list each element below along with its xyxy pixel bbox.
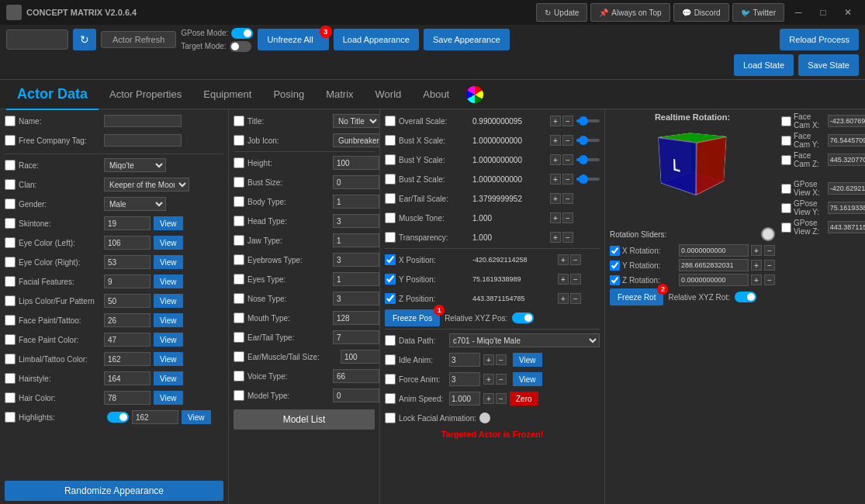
face-cam-z-input[interactable]	[828, 154, 865, 166]
x-pos-minus[interactable]: −	[570, 254, 581, 265]
gpose-toggle[interactable]	[231, 28, 253, 39]
muscle-plus[interactable]: +	[550, 212, 561, 223]
speed-minus[interactable]: −	[496, 393, 507, 404]
face-cam-y-checkbox[interactable]	[781, 136, 791, 146]
y-rot-minus[interactable]: −	[764, 260, 775, 271]
bust-y-minus[interactable]: −	[562, 154, 573, 165]
tab-actor-data[interactable]: Actor Data	[6, 80, 99, 110]
mouth-type-input[interactable]	[333, 311, 379, 325]
twitter-button[interactable]: 🐦 Twitter	[732, 3, 784, 22]
bust-z-slider[interactable]	[576, 178, 600, 181]
hair-color-checkbox[interactable]	[5, 392, 16, 403]
transparency-minus[interactable]: −	[562, 232, 573, 243]
load-state-button[interactable]: Load State	[734, 54, 794, 76]
eye-left-input[interactable]	[104, 236, 151, 250]
face-paint-input[interactable]	[104, 313, 151, 327]
bust-y-plus[interactable]: +	[550, 154, 561, 165]
overall-scale-slider[interactable]	[576, 119, 600, 123]
lips-input[interactable]	[104, 294, 151, 308]
freeze-pos-button[interactable]: Freeze Pos 1	[385, 309, 440, 326]
rotation-sliders-toggle[interactable]	[761, 227, 775, 241]
tab-equipment[interactable]: Equipment	[192, 82, 262, 108]
y-pos-checkbox[interactable]	[385, 274, 396, 285]
x-rot-plus[interactable]: +	[751, 245, 762, 256]
idle-minus[interactable]: −	[496, 354, 507, 365]
free-company-checkbox[interactable]	[5, 135, 16, 146]
maximize-button[interactable]: □	[812, 3, 834, 22]
tab-about[interactable]: About	[412, 82, 460, 108]
eye-right-view-btn[interactable]: View	[154, 255, 183, 269]
always-on-top-button[interactable]: 📌 Always on Top	[590, 3, 670, 22]
muscle-minus[interactable]: −	[562, 212, 573, 223]
head-type-checkbox[interactable]	[234, 216, 244, 226]
refresh-icon-button[interactable]: ↻	[73, 29, 96, 50]
rel-xyz-pos-toggle[interactable]	[512, 312, 534, 323]
y-pos-minus[interactable]: −	[570, 274, 581, 285]
job-icon-select[interactable]: Gunbreaker	[333, 133, 380, 147]
transparency-checkbox[interactable]	[385, 232, 396, 243]
tab-matrix[interactable]: Matrix	[315, 82, 364, 108]
anim-speed-input[interactable]	[449, 392, 480, 406]
overall-minus[interactable]: −	[562, 116, 573, 126]
y-rot-checkbox[interactable]	[610, 261, 620, 271]
ear-muscle-checkbox[interactable]	[234, 351, 244, 362]
eyebrows-checkbox[interactable]	[234, 254, 244, 265]
x-pos-plus[interactable]: +	[558, 254, 569, 265]
x-rot-checkbox[interactable]	[610, 246, 620, 256]
lock-facial-checkbox[interactable]	[385, 413, 396, 423]
gpose-view-y-input[interactable]	[828, 202, 865, 214]
y-pos-plus[interactable]: +	[558, 274, 569, 285]
lips-checkbox[interactable]	[5, 295, 16, 306]
y-rot-plus[interactable]: +	[751, 260, 762, 271]
x-rot-input[interactable]	[679, 244, 749, 257]
model-type-checkbox[interactable]	[234, 390, 244, 401]
clan-checkbox[interactable]	[5, 179, 16, 190]
transparency-plus[interactable]: +	[550, 232, 561, 243]
unfreeze-all-button[interactable]: Unfreeze All 3	[258, 29, 328, 50]
face-paint-view-btn[interactable]: View	[154, 313, 183, 327]
skintone-checkbox[interactable]	[5, 218, 16, 229]
eye-left-view-btn[interactable]: View	[154, 236, 183, 250]
title-select[interactable]: No Title	[333, 114, 380, 128]
gpose-view-x-input[interactable]	[828, 182, 865, 195]
muscle-tone-checkbox[interactable]	[385, 212, 396, 223]
z-rot-plus[interactable]: +	[751, 274, 762, 285]
height-checkbox[interactable]	[234, 157, 244, 168]
gender-select[interactable]: Male	[104, 197, 166, 211]
bust-y-slider[interactable]	[576, 158, 600, 161]
skintone-view-btn[interactable]: View	[154, 216, 183, 230]
force-view-btn[interactable]: View	[513, 372, 542, 386]
voice-checkbox[interactable]	[234, 371, 244, 381]
hairstyle-view-btn[interactable]: View	[154, 371, 183, 385]
highlights-view-btn[interactable]: View	[182, 410, 211, 424]
idle-view-btn[interactable]: View	[513, 353, 542, 367]
save-state-button[interactable]: Save State	[798, 54, 859, 76]
bust-z-plus[interactable]: +	[550, 174, 561, 185]
y-rot-input[interactable]	[679, 259, 749, 271]
eye-right-input[interactable]	[104, 255, 151, 269]
tab-posing[interactable]: Posing	[262, 82, 315, 108]
face-cam-x-checkbox[interactable]	[781, 116, 791, 126]
gpose-view-z-checkbox[interactable]	[781, 223, 791, 233]
bust-size-checkbox[interactable]	[234, 177, 244, 188]
lock-facial-toggle[interactable]	[479, 413, 490, 423]
bust-x-plus[interactable]: +	[550, 135, 561, 146]
lips-view-btn[interactable]: View	[154, 294, 183, 308]
face-cam-x-input[interactable]	[828, 115, 865, 127]
rel-xyz-rot-toggle[interactable]	[735, 292, 756, 302]
save-appearance-button[interactable]: Save Appearance	[424, 29, 510, 50]
minimize-button[interactable]: ─	[787, 3, 809, 22]
skintone-input[interactable]	[104, 216, 151, 230]
z-rot-input[interactable]	[679, 274, 749, 286]
ear-tail-type-checkbox[interactable]	[234, 332, 244, 343]
voice-input[interactable]	[333, 369, 379, 383]
highlights-toggle[interactable]	[107, 412, 129, 423]
speed-plus[interactable]: +	[483, 393, 494, 404]
idle-plus[interactable]: +	[483, 354, 494, 365]
palette-icon[interactable]	[466, 86, 483, 103]
target-toggle[interactable]	[230, 41, 251, 52]
bust-x-slider[interactable]	[576, 139, 600, 142]
face-paint-checkbox[interactable]	[5, 315, 16, 326]
ear-tail-scale-checkbox[interactable]	[385, 193, 396, 204]
discord-button[interactable]: 💬 Discord	[673, 3, 729, 22]
